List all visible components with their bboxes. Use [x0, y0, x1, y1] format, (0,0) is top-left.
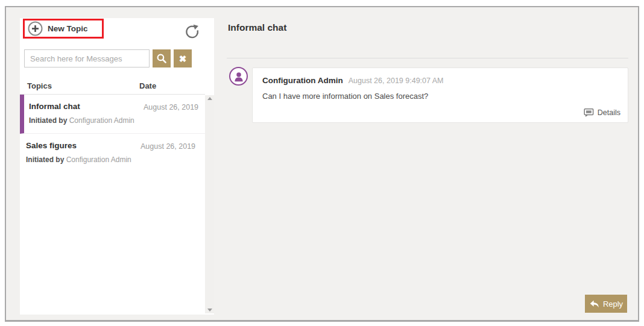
- topic-row-informal-chat[interactable]: Informal chat Initiated by Configuration…: [20, 95, 205, 134]
- new-topic-button[interactable]: New Topic: [25, 21, 88, 36]
- topics-column-header: Topics: [20, 81, 139, 90]
- details-button[interactable]: Details: [584, 108, 620, 118]
- clear-search-button[interactable]: ✖: [174, 49, 192, 67]
- topic-row-sales-figures[interactable]: Sales figures Initiated by Configuration…: [20, 134, 205, 172]
- message-timestamp: August 26, 2019 9:49:07 AM: [349, 77, 444, 85]
- topics-list-header: Topics Date: [20, 77, 205, 95]
- message-text: Can I have more information on Sales for…: [262, 92, 619, 101]
- person-icon: [232, 70, 245, 83]
- topics-list: Informal chat Initiated by Configuration…: [20, 95, 205, 172]
- message-header: Configuration Admin August 26, 2019 9:49…: [262, 76, 619, 85]
- speech-bubble-icon: [584, 108, 594, 118]
- reply-label: Reply: [603, 299, 623, 309]
- message-card: Configuration Admin August 26, 2019 9:49…: [252, 67, 628, 123]
- conversation-title: Informal chat: [228, 22, 286, 33]
- scroll-down-icon[interactable]: [207, 309, 212, 312]
- topic-main: Informal chat Initiated by Configuration…: [29, 101, 144, 125]
- reply-arrow-icon: [589, 299, 599, 309]
- plus-circle-icon: [28, 21, 43, 36]
- search-icon: [156, 53, 167, 64]
- message-author: Configuration Admin: [262, 76, 343, 85]
- divider: [227, 58, 628, 58]
- search-row: ✖: [24, 49, 192, 67]
- topic-main: Sales figures Initiated by Configuration…: [26, 140, 140, 164]
- topic-date: August 26, 2019: [140, 140, 198, 164]
- refresh-icon: [184, 33, 201, 42]
- avatar: [229, 67, 248, 86]
- topics-scrollbar[interactable]: [205, 95, 214, 313]
- close-icon: ✖: [179, 54, 187, 63]
- search-button[interactable]: [153, 49, 171, 67]
- reply-button[interactable]: Reply: [585, 295, 627, 313]
- topic-title: Informal chat: [29, 101, 144, 111]
- details-label: Details: [598, 108, 620, 117]
- search-input[interactable]: [24, 49, 150, 67]
- topic-date: August 26, 2019: [144, 101, 201, 125]
- annotation-highlight-box: New Topic: [23, 19, 104, 39]
- topic-title: Sales figures: [26, 140, 140, 150]
- refresh-button[interactable]: [184, 24, 201, 40]
- scroll-up-icon[interactable]: [207, 97, 212, 100]
- topic-initiated-by: Initiated by Configuration Admin: [26, 155, 140, 164]
- topics-sidebar: New Topic ✖: [20, 18, 214, 315]
- messages-window: New Topic ✖: [5, 6, 639, 322]
- topic-initiated-by: Initiated by Configuration Admin: [29, 116, 144, 125]
- new-topic-label: New Topic: [48, 24, 88, 33]
- date-column-header: Date: [139, 81, 156, 90]
